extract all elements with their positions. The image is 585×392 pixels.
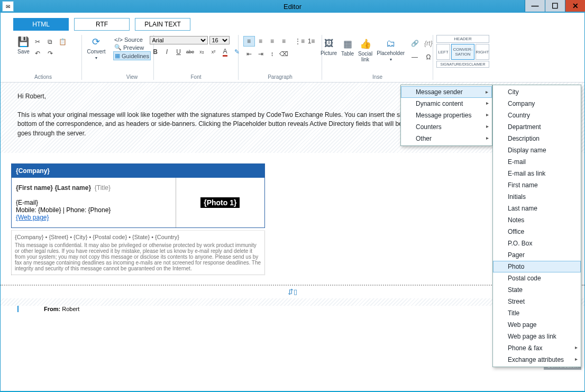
font-size-select[interactable]: 16 [209, 36, 230, 44]
layout-signature[interactable]: SIGNATURE/DISCLAIMER [436, 61, 489, 68]
group-label-view: View [126, 73, 138, 80]
menu-item-other[interactable]: Other [401, 133, 492, 144]
align-left-button[interactable]: ≡ [243, 36, 255, 47]
insert-here-icon[interactable]: ⇵▯ [286, 288, 299, 296]
menu-item-pager[interactable]: Pager [493, 249, 581, 261]
signature-card[interactable]: {Company} {First name} {Last name} {Titl… [11, 163, 265, 228]
sig-address: {Company} • {Street} • {City} • {Postal … [15, 234, 261, 240]
align-right-button[interactable]: ≡ [267, 36, 278, 47]
superscript-button[interactable]: x² [208, 47, 220, 57]
layout-conversation[interactable]: CONVER- SATION [451, 44, 474, 60]
sig-mobile: {Mobile} [38, 206, 61, 214]
font-color-button[interactable]: A [220, 47, 231, 57]
outdent-button[interactable]: ⇤ [243, 49, 255, 59]
link-icon[interactable]: 🔗 [409, 38, 421, 49]
menu-item-phone-fax[interactable]: Phone & fax [493, 342, 581, 354]
menu-item-photo[interactable]: Photo [493, 261, 581, 272]
menu-item-counters[interactable]: Counters [401, 121, 492, 133]
layout-header[interactable]: HEADER [436, 35, 489, 43]
sig-photo-placeholder[interactable]: {Photo 1} [200, 197, 240, 208]
group-label-actions: Actions [34, 73, 52, 80]
bold-button[interactable]: B [150, 47, 161, 57]
menu-item-display-name[interactable]: Display name [493, 144, 581, 156]
font-family-select[interactable]: Arial [150, 36, 208, 44]
social-link-button[interactable]: 👍Social link [358, 37, 372, 62]
placeholder-menu[interactable]: Message senderDynamic contentMessage pro… [400, 85, 492, 146]
paste-button[interactable]: 📋 [57, 37, 69, 47]
menu-item-web-page[interactable]: Web page [493, 319, 581, 331]
menu-item-title[interactable]: Title [493, 307, 581, 319]
layout-left[interactable]: LEFT [436, 44, 450, 60]
menu-item-state[interactable]: State [493, 284, 581, 296]
maximize-button[interactable]: ☐ [545, 0, 565, 12]
indent-button[interactable]: ⇥ [255, 49, 267, 59]
menu-item-city[interactable]: City [493, 86, 581, 98]
number-list-button[interactable]: 1≡ [306, 36, 317, 47]
menu-item-message-sender[interactable]: Message sender [401, 86, 492, 98]
picture-button[interactable]: 🖼Picture [321, 37, 337, 56]
sig-title: {Title} [95, 184, 111, 192]
close-button[interactable]: ✕ [565, 0, 585, 12]
convert-button[interactable]: ⟳Convert▾ [87, 35, 105, 60]
sig-phone: {Phone} [88, 206, 111, 214]
strike-button[interactable]: abe [185, 47, 196, 57]
tab-plaintext[interactable]: PLAIN TEXT [135, 18, 190, 31]
menu-item-exchange-attributes[interactable]: Exchange attributes [493, 354, 581, 366]
menu-item-web-page-as-link[interactable]: Web page as link [493, 331, 581, 342]
bullet-list-button[interactable]: ⋮≡ [294, 36, 306, 47]
minimize-button[interactable]: — [525, 0, 545, 12]
menu-item-description[interactable]: Description [493, 133, 581, 144]
align-justify-button[interactable]: ≡ [278, 36, 290, 47]
sig-first-name: {First name} [16, 184, 53, 192]
clear-format-button[interactable]: ⌫ [278, 49, 290, 59]
format-tabs: HTML RTF PLAIN TEXT [1, 13, 584, 35]
underline-button[interactable]: U [173, 47, 185, 57]
sig-webpage[interactable]: {Web page} [16, 214, 49, 221]
signature-footer: {Company} • {Street} • {City} • {Postal … [11, 230, 265, 275]
redo-button[interactable]: ↷ [44, 48, 56, 59]
menu-item-first-name[interactable]: First name [493, 179, 581, 191]
sig-disclaimer: This message is confidential. It may als… [15, 242, 261, 271]
hr-button[interactable]: — [409, 52, 421, 62]
copy-button[interactable]: ⧉ [44, 37, 56, 47]
signature-company: {Company} [12, 164, 264, 178]
group-label-insert: Inse [372, 73, 382, 80]
menu-item-country[interactable]: Country [493, 110, 581, 121]
guidelines-button[interactable]: ▦Guidelines [113, 51, 151, 60]
sig-email: {E-mail} [16, 199, 171, 206]
italic-button[interactable]: I [161, 47, 173, 57]
menu-item-notes[interactable]: Notes [493, 214, 581, 226]
window-controls: — ☐ ✕ [525, 0, 585, 12]
menu-item-company[interactable]: Company [493, 98, 581, 110]
placeholder-button[interactable]: 🗂Placeholder▾ [377, 37, 405, 62]
line-spacing-button[interactable]: ↕ [267, 49, 278, 59]
message-sender-submenu[interactable]: CityCompanyCountryDepartmentDescriptionD… [492, 85, 581, 367]
preview-button[interactable]: 🔍Preview [113, 43, 145, 51]
menu-item-last-name[interactable]: Last name [493, 203, 581, 214]
menu-item-office[interactable]: Office [493, 226, 581, 238]
menu-item-department[interactable]: Department [493, 121, 581, 133]
sig-last-name: {Last name} [54, 184, 91, 192]
ribbon: 💾Save ✂ ⧉ 📋 ↶ ↷ Actions ⟳Convert▾ [1, 35, 584, 83]
menu-item-dynamic-content[interactable]: Dynamic content [401, 98, 492, 110]
menu-item-postal-code[interactable]: Postal code [493, 272, 581, 284]
source-button[interactable]: </>Source [113, 36, 144, 43]
menu-item-message-properties[interactable]: Message properties [401, 110, 492, 121]
menu-item-initials[interactable]: Initials [493, 191, 581, 203]
symbol-button[interactable]: Ω [423, 52, 434, 62]
menu-item-e-mail-as-link[interactable]: E-mail as link [493, 168, 581, 179]
tab-rtf[interactable]: RTF [74, 18, 130, 31]
subscript-button[interactable]: x₂ [196, 47, 208, 57]
window-title: Editor [284, 3, 301, 11]
undo-button[interactable]: ↶ [32, 48, 43, 59]
table-button[interactable]: ▦Table [341, 37, 354, 57]
menu-item-p-o-box[interactable]: P.O. Box [493, 238, 581, 249]
tab-html[interactable]: HTML [13, 18, 69, 31]
save-button[interactable]: 💾Save [17, 35, 30, 54]
menu-item-street[interactable]: Street [493, 296, 581, 307]
layout-right[interactable]: RIGHT [476, 44, 489, 60]
cut-button[interactable]: ✂ [32, 37, 43, 47]
menu-item-e-mail[interactable]: E-mail [493, 156, 581, 168]
rt-placeholder-icon[interactable]: {rt} [423, 38, 434, 49]
align-center-button[interactable]: ≡ [255, 36, 267, 47]
